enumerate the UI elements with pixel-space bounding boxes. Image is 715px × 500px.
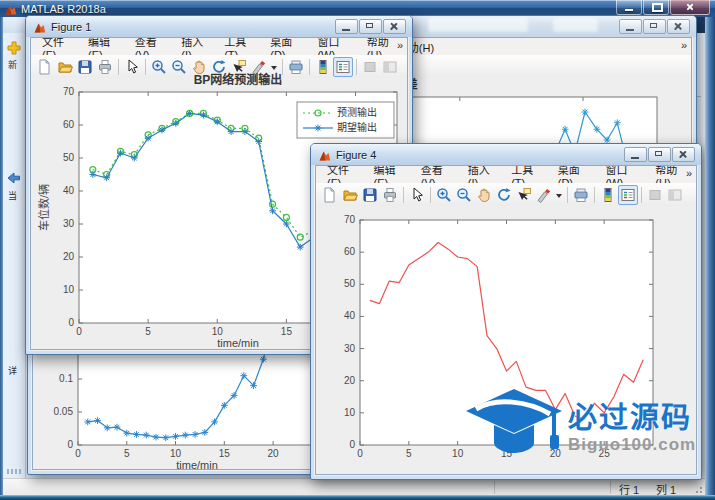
minimize-button[interactable] <box>619 19 642 34</box>
svg-text:10: 10 <box>344 407 356 418</box>
toolbar-separator <box>309 59 310 75</box>
pointer-icon[interactable] <box>407 185 427 205</box>
svg-text:0: 0 <box>75 448 81 459</box>
svg-text:15: 15 <box>219 448 231 459</box>
svg-text:60: 60 <box>63 119 75 130</box>
open-folder-icon[interactable] <box>340 185 360 205</box>
zoom-in-icon[interactable] <box>149 57 169 77</box>
open-folder-icon[interactable] <box>55 57 75 77</box>
hide-plot-tools-icon[interactable] <box>645 185 665 205</box>
window-border-right <box>705 17 715 500</box>
figure1-titlebar[interactable]: Figure 1 <box>26 16 412 37</box>
link-plots-icon[interactable] <box>571 185 591 205</box>
svg-text:60: 60 <box>344 246 356 257</box>
svg-text:50: 50 <box>63 152 75 163</box>
insert-colorbar-icon[interactable] <box>313 57 333 77</box>
svg-text:5: 5 <box>124 448 130 459</box>
figure4-titlebar[interactable]: Figure 4 <box>311 144 701 165</box>
svg-text:50: 50 <box>344 278 356 289</box>
svg-text:0: 0 <box>67 439 73 450</box>
svg-text:20: 20 <box>63 251 75 262</box>
menu-overflow-chevron[interactable]: » <box>686 167 692 179</box>
zoom-out-icon[interactable] <box>454 185 474 205</box>
maximize-button[interactable] <box>648 147 671 162</box>
zoom-in-icon[interactable] <box>434 185 454 205</box>
statusbar: 行 1 列 1 <box>3 478 705 496</box>
figure-toolbar <box>316 183 696 207</box>
close-button[interactable] <box>670 0 710 15</box>
brush-icon[interactable] <box>534 185 554 205</box>
svg-text:0: 0 <box>357 448 363 459</box>
new-file-icon[interactable] <box>320 185 340 205</box>
window-border-bottom <box>0 495 715 500</box>
resize-grip[interactable] <box>694 485 703 494</box>
minimize-button[interactable] <box>624 147 647 162</box>
pan-hand-icon[interactable] <box>474 185 494 205</box>
close-button[interactable] <box>672 147 695 162</box>
insert-legend-icon[interactable] <box>618 185 638 205</box>
svg-text:5: 5 <box>406 448 412 459</box>
figure-icon <box>318 148 331 161</box>
svg-text:10: 10 <box>452 448 464 459</box>
new-file-icon[interactable] <box>35 57 55 77</box>
svg-text:10: 10 <box>63 284 75 295</box>
print-icon[interactable] <box>95 57 115 77</box>
details-label: 详 <box>8 364 17 377</box>
zoom-out-icon[interactable] <box>169 57 189 77</box>
hide-plot-tools-icon[interactable] <box>360 57 380 77</box>
pointer-icon[interactable] <box>122 57 142 77</box>
figure1-title: Figure 1 <box>51 21 91 33</box>
toolbar-separator <box>430 187 431 203</box>
svg-text:20: 20 <box>268 448 280 459</box>
minimize-button[interactable] <box>335 19 358 34</box>
data-cursor-icon[interactable] <box>514 185 534 205</box>
new-script-label: 新 <box>8 58 17 71</box>
svg-text:预测输出: 预测输出 <box>337 106 377 118</box>
close-button[interactable] <box>383 19 406 34</box>
svg-text:0.1: 0.1 <box>59 373 73 384</box>
svg-text:30: 30 <box>63 218 75 229</box>
matlab-logo-icon <box>4 2 17 15</box>
figure4-title: Figure 4 <box>336 149 376 161</box>
close-button[interactable] <box>667 19 690 34</box>
watermark-brand: 必过源码 <box>568 403 696 433</box>
menu-overflow-chevron[interactable]: » <box>397 39 403 51</box>
menu-overflow-chevron[interactable]: » <box>681 39 687 51</box>
show-plot-tools-icon[interactable] <box>380 57 400 77</box>
back-arrow-icon[interactable] <box>6 170 22 186</box>
toolbar-separator <box>594 187 595 203</box>
svg-text:20: 20 <box>344 375 356 386</box>
svg-text:40: 40 <box>344 310 356 321</box>
toolbar-separator <box>567 187 568 203</box>
maximize-button[interactable] <box>643 19 666 34</box>
current-folder-label: 当 <box>8 189 17 202</box>
matlab-desktop: MATLAB R2018a 新 当 详 工作区 行 1 列 1 <box>0 0 715 500</box>
save-icon[interactable] <box>360 185 380 205</box>
figure-icon <box>33 20 46 33</box>
new-script-icon[interactable] <box>6 40 22 56</box>
app-title: MATLAB R2018a <box>21 3 106 15</box>
watermark: 必过源码 Biguo100.com <box>466 386 712 472</box>
insert-colorbar-icon[interactable] <box>598 185 618 205</box>
minimize-button[interactable] <box>616 0 642 15</box>
svg-text:0: 0 <box>349 439 355 450</box>
left-rail: 新 当 详 <box>3 33 26 478</box>
rotate-3d-icon[interactable] <box>494 185 514 205</box>
svg-text:期望输出: 期望输出 <box>337 121 377 133</box>
rail-grip[interactable] <box>7 469 21 474</box>
svg-text:70: 70 <box>63 86 75 97</box>
svg-text:70: 70 <box>344 214 356 225</box>
insert-legend-icon[interactable] <box>333 57 353 77</box>
menu-bar: 文件(F)编辑(E)查看(V)插入(I)工具(T)桌面(D)窗口(W)帮助(H)… <box>31 38 407 56</box>
dropdown-caret-icon[interactable] <box>554 185 564 205</box>
show-plot-tools-icon[interactable] <box>665 185 685 205</box>
maximize-button[interactable] <box>643 0 669 15</box>
maximize-button[interactable] <box>359 19 382 34</box>
save-icon[interactable] <box>75 57 95 77</box>
svg-text:time/min: time/min <box>217 337 259 349</box>
toolbar-separator <box>145 59 146 75</box>
svg-text:time/min: time/min <box>176 459 218 470</box>
graduation-cap-icon <box>466 387 562 471</box>
print-icon[interactable] <box>380 185 400 205</box>
link-plots-icon[interactable] <box>286 57 306 77</box>
